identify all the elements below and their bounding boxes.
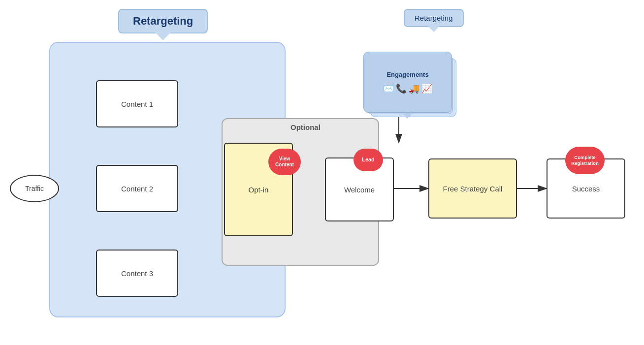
truck-icon: 🚚: [409, 83, 419, 94]
content1-box: Content 1: [96, 80, 178, 127]
engagements-bubble: Engagements ✉️ 📞 🚚 📈: [363, 52, 452, 113]
content3-box: Content 3: [96, 250, 178, 297]
engagements-icons: ✉️ 📞 🚚 📈: [383, 83, 432, 94]
content2-box: Content 2: [96, 165, 178, 212]
complete-registration-badge: Complete Registration: [565, 147, 605, 174]
email-icon: ✉️: [383, 83, 394, 94]
optional-label: Optional: [290, 123, 321, 131]
phone-icon: 📞: [396, 83, 407, 94]
retargeting-flag-right: Retargeting: [404, 9, 464, 27]
view-content-badge: View Content: [268, 149, 301, 175]
engagements-label: Engagements: [386, 71, 428, 78]
engagements-tail: [401, 113, 413, 119]
traffic-node: Traffic: [10, 175, 59, 202]
free-strategy-call-box: Free Strategy Call: [428, 158, 517, 219]
retargeting-flag-left: Retargeting: [118, 9, 208, 33]
chart-icon: 📈: [421, 83, 432, 94]
diagram-container: Retargeting Retargeting Engagements ✉️ 📞…: [0, 0, 644, 345]
lead-badge: Lead: [354, 149, 383, 171]
